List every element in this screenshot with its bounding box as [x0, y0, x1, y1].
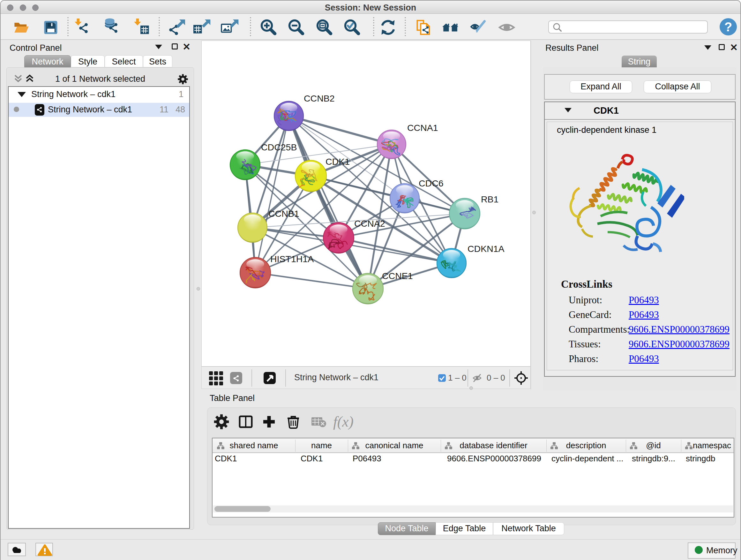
svg-text:CCNB2: CCNB2 [304, 93, 335, 104]
svg-text:f(x): f(x) [333, 414, 354, 430]
svg-text:CDK1: CDK1 [326, 157, 350, 167]
svg-text:CCNA1: CCNA1 [407, 123, 438, 133]
svg-text:HIST1H1A: HIST1H1A [270, 254, 314, 264]
svg-text:?: ? [724, 20, 732, 34]
svg-text:CDC25B: CDC25B [261, 142, 297, 152]
svg-text:CCNA2: CCNA2 [354, 219, 385, 229]
svg-text:RB1: RB1 [481, 194, 498, 204]
svg-text:CDKN1A: CDKN1A [468, 244, 504, 254]
svg-text:CCNB1: CCNB1 [268, 208, 299, 219]
svg-text:CCNE1: CCNE1 [382, 271, 413, 281]
svg-text:CDC6: CDC6 [419, 178, 444, 188]
